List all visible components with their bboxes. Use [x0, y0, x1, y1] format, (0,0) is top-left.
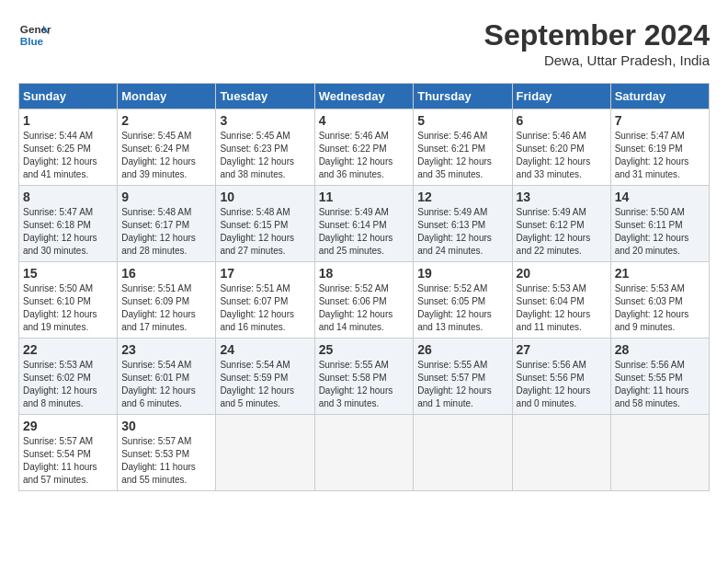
title-area: September 2024 Dewa, Uttar Pradesh, Indi…: [484, 18, 710, 68]
day-info: Sunrise: 5:48 AM Sunset: 6:15 PM Dayligh…: [220, 206, 310, 258]
day-info: Sunrise: 5:54 AM Sunset: 5:59 PM Dayligh…: [220, 359, 310, 410]
day-info: Sunrise: 5:55 AM Sunset: 5:58 PM Dayligh…: [319, 359, 410, 410]
day-info: Sunrise: 5:44 AM Sunset: 6:25 PM Dayligh…: [23, 130, 113, 181]
day-info: Sunrise: 5:52 AM Sunset: 6:05 PM Dayligh…: [417, 282, 507, 334]
day-info: Sunrise: 5:46 AM Sunset: 6:22 PM Dayligh…: [319, 130, 410, 181]
day-info: Sunrise: 5:57 AM Sunset: 5:53 PM Dayligh…: [121, 435, 211, 487]
calendar-cell: [314, 415, 414, 491]
weekday-header-wednesday: Wednesday: [314, 84, 414, 109]
weekday-header-thursday: Thursday: [414, 84, 512, 109]
day-number: 21: [615, 266, 705, 281]
calendar-cell: 16Sunrise: 5:51 AM Sunset: 6:09 PM Dayli…: [118, 262, 216, 339]
calendar-cell: 22Sunrise: 5:53 AM Sunset: 6:02 PM Dayli…: [19, 339, 118, 415]
calendar-cell: 29Sunrise: 5:57 AM Sunset: 5:54 PM Dayli…: [19, 415, 118, 491]
calendar-cell: 28Sunrise: 5:56 AM Sunset: 5:55 PM Dayli…: [610, 339, 709, 415]
day-info: Sunrise: 5:56 AM Sunset: 5:56 PM Dayligh…: [517, 359, 607, 410]
weekday-header-tuesday: Tuesday: [216, 84, 314, 109]
calendar-cell: [610, 415, 709, 491]
logo: General Blue: [18, 18, 51, 52]
calendar-week-row: 29Sunrise: 5:57 AM Sunset: 5:54 PM Dayli…: [19, 415, 710, 491]
day-info: Sunrise: 5:53 AM Sunset: 6:03 PM Dayligh…: [615, 282, 705, 334]
location-title: Dewa, Uttar Pradesh, India: [484, 52, 710, 68]
calendar-cell: 25Sunrise: 5:55 AM Sunset: 5:58 PM Dayli…: [314, 339, 414, 415]
day-number: 28: [615, 342, 705, 357]
day-number: 7: [615, 113, 705, 128]
day-info: Sunrise: 5:49 AM Sunset: 6:13 PM Dayligh…: [417, 206, 507, 258]
month-title: September 2024: [484, 18, 710, 52]
calendar-cell: [216, 415, 314, 491]
day-number: 4: [319, 113, 410, 128]
day-number: 10: [220, 190, 310, 204]
day-number: 22: [23, 342, 113, 357]
calendar-week-row: 15Sunrise: 5:50 AM Sunset: 6:10 PM Dayli…: [19, 262, 710, 339]
day-number: 8: [23, 190, 113, 204]
day-info: Sunrise: 5:46 AM Sunset: 6:21 PM Dayligh…: [417, 130, 507, 181]
day-info: Sunrise: 5:47 AM Sunset: 6:19 PM Dayligh…: [615, 130, 705, 181]
weekday-header-friday: Friday: [512, 84, 610, 109]
calendar-cell: 27Sunrise: 5:56 AM Sunset: 5:56 PM Dayli…: [512, 339, 610, 415]
weekday-header-monday: Monday: [118, 84, 216, 109]
day-number: 15: [23, 266, 113, 281]
calendar-cell: 30Sunrise: 5:57 AM Sunset: 5:53 PM Dayli…: [118, 415, 216, 491]
calendar-cell: 4Sunrise: 5:46 AM Sunset: 6:22 PM Daylig…: [314, 109, 414, 186]
calendar-cell: 7Sunrise: 5:47 AM Sunset: 6:19 PM Daylig…: [610, 109, 709, 186]
calendar-cell: 1Sunrise: 5:44 AM Sunset: 6:25 PM Daylig…: [19, 109, 118, 186]
calendar-cell: 18Sunrise: 5:52 AM Sunset: 6:06 PM Dayli…: [314, 262, 414, 339]
svg-text:Blue: Blue: [20, 35, 44, 47]
day-info: Sunrise: 5:49 AM Sunset: 6:12 PM Dayligh…: [517, 206, 607, 258]
header: General Blue September 2024 Dewa, Uttar …: [18, 18, 710, 68]
calendar-cell: 19Sunrise: 5:52 AM Sunset: 6:05 PM Dayli…: [414, 262, 512, 339]
calendar-cell: 23Sunrise: 5:54 AM Sunset: 6:01 PM Dayli…: [118, 339, 216, 415]
day-info: Sunrise: 5:55 AM Sunset: 5:57 PM Dayligh…: [417, 359, 507, 410]
weekday-header-saturday: Saturday: [610, 84, 709, 109]
day-number: 19: [417, 266, 507, 281]
calendar-cell: 17Sunrise: 5:51 AM Sunset: 6:07 PM Dayli…: [216, 262, 314, 339]
calendar-cell: 20Sunrise: 5:53 AM Sunset: 6:04 PM Dayli…: [512, 262, 610, 339]
calendar-week-row: 8Sunrise: 5:47 AM Sunset: 6:18 PM Daylig…: [19, 186, 710, 262]
calendar-cell: 5Sunrise: 5:46 AM Sunset: 6:21 PM Daylig…: [414, 109, 512, 186]
day-number: 20: [517, 266, 607, 281]
day-info: Sunrise: 5:54 AM Sunset: 6:01 PM Dayligh…: [121, 359, 211, 410]
day-info: Sunrise: 5:46 AM Sunset: 6:20 PM Dayligh…: [517, 130, 607, 181]
day-number: 16: [121, 266, 211, 281]
day-number: 30: [121, 419, 211, 433]
day-number: 24: [220, 342, 310, 357]
day-number: 3: [220, 113, 310, 128]
day-number: 18: [319, 266, 410, 281]
day-info: Sunrise: 5:49 AM Sunset: 6:14 PM Dayligh…: [319, 206, 410, 258]
day-info: Sunrise: 5:48 AM Sunset: 6:17 PM Dayligh…: [121, 206, 211, 258]
day-number: 27: [517, 342, 607, 357]
day-number: 11: [319, 190, 410, 204]
calendar-cell: 15Sunrise: 5:50 AM Sunset: 6:10 PM Dayli…: [19, 262, 118, 339]
day-number: 14: [615, 190, 705, 204]
day-info: Sunrise: 5:45 AM Sunset: 6:24 PM Dayligh…: [121, 130, 211, 181]
calendar-cell: 26Sunrise: 5:55 AM Sunset: 5:57 PM Dayli…: [414, 339, 512, 415]
day-number: 12: [417, 190, 507, 204]
day-number: 9: [121, 190, 211, 204]
day-info: Sunrise: 5:53 AM Sunset: 6:02 PM Dayligh…: [23, 359, 113, 410]
day-number: 26: [417, 342, 507, 357]
weekday-header-sunday: Sunday: [19, 84, 118, 109]
day-number: 17: [220, 266, 310, 281]
day-number: 13: [517, 190, 607, 204]
calendar-cell: 12Sunrise: 5:49 AM Sunset: 6:13 PM Dayli…: [414, 186, 512, 262]
calendar-week-row: 22Sunrise: 5:53 AM Sunset: 6:02 PM Dayli…: [19, 339, 710, 415]
day-info: Sunrise: 5:57 AM Sunset: 5:54 PM Dayligh…: [23, 435, 113, 487]
day-info: Sunrise: 5:53 AM Sunset: 6:04 PM Dayligh…: [517, 282, 607, 334]
calendar-cell: 14Sunrise: 5:50 AM Sunset: 6:11 PM Dayli…: [610, 186, 709, 262]
day-info: Sunrise: 5:56 AM Sunset: 5:55 PM Dayligh…: [615, 359, 705, 410]
day-number: 23: [121, 342, 211, 357]
day-info: Sunrise: 5:51 AM Sunset: 6:07 PM Dayligh…: [220, 282, 310, 334]
day-number: 2: [121, 113, 211, 128]
calendar-cell: 24Sunrise: 5:54 AM Sunset: 5:59 PM Dayli…: [216, 339, 314, 415]
calendar-cell: 2Sunrise: 5:45 AM Sunset: 6:24 PM Daylig…: [118, 109, 216, 186]
calendar-table: SundayMondayTuesdayWednesdayThursdayFrid…: [18, 83, 710, 491]
day-number: 5: [417, 113, 507, 128]
day-info: Sunrise: 5:45 AM Sunset: 6:23 PM Dayligh…: [220, 130, 310, 181]
day-info: Sunrise: 5:50 AM Sunset: 6:10 PM Dayligh…: [23, 282, 113, 334]
calendar-cell: 21Sunrise: 5:53 AM Sunset: 6:03 PM Dayli…: [610, 262, 709, 339]
weekday-header-row: SundayMondayTuesdayWednesdayThursdayFrid…: [19, 84, 710, 109]
calendar-cell: [414, 415, 512, 491]
calendar-week-row: 1Sunrise: 5:44 AM Sunset: 6:25 PM Daylig…: [19, 109, 710, 186]
calendar-cell: 6Sunrise: 5:46 AM Sunset: 6:20 PM Daylig…: [512, 109, 610, 186]
